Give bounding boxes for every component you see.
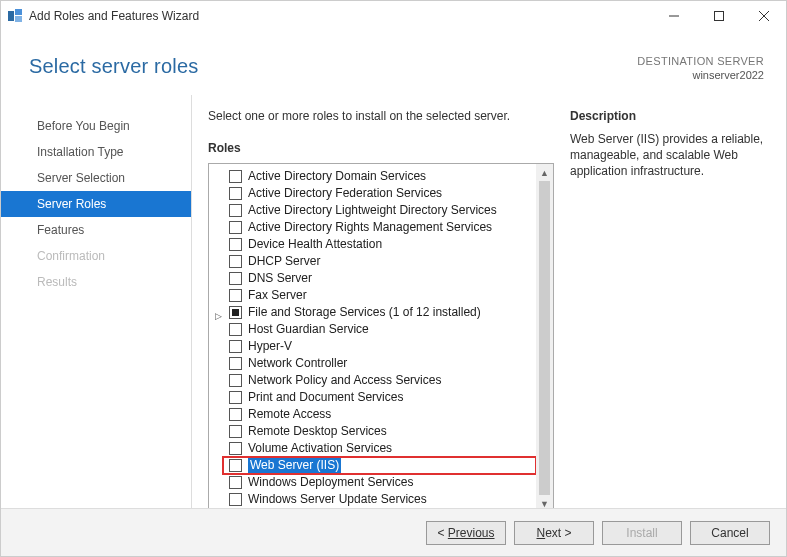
previous-button[interactable]: < Previous — [426, 521, 506, 545]
sidebar-item-features[interactable]: Features — [1, 217, 191, 243]
scroll-up-icon[interactable]: ▲ — [536, 164, 553, 181]
sidebar-item-results: Results — [1, 269, 191, 295]
role-row[interactable]: Active Directory Domain Services — [229, 168, 536, 185]
roles-scroll-area[interactable]: Active Directory Domain ServicesActive D… — [209, 164, 536, 508]
role-checkbox[interactable] — [229, 408, 242, 421]
window-controls — [651, 1, 786, 31]
role-label: Volume Activation Services — [248, 440, 392, 457]
sidebar-item-server-selection[interactable]: Server Selection — [1, 165, 191, 191]
role-row[interactable]: Web Server (IIS) — [223, 457, 536, 474]
svg-rect-4 — [714, 12, 723, 21]
svg-rect-1 — [15, 9, 22, 15]
page-title: Select server roles — [29, 55, 637, 78]
role-checkbox[interactable] — [229, 391, 242, 404]
role-label: Print and Document Services — [248, 389, 403, 406]
role-row[interactable]: Remote Desktop Services — [229, 423, 536, 440]
install-button: Install — [602, 521, 682, 545]
vertical-separator — [191, 95, 192, 508]
role-checkbox[interactable] — [229, 187, 242, 200]
role-row[interactable]: DHCP Server — [229, 253, 536, 270]
role-checkbox[interactable] — [229, 374, 242, 387]
role-row[interactable]: Hyper-V — [229, 338, 536, 355]
role-checkbox[interactable] — [229, 340, 242, 353]
role-row[interactable]: ▷File and Storage Services (1 of 12 inst… — [229, 304, 536, 321]
button-bar: < Previous Next > Install Cancel — [1, 508, 786, 556]
window-title: Add Roles and Features Wizard — [29, 9, 651, 23]
app-icon — [7, 8, 23, 24]
sidebar-item-before-you-begin[interactable]: Before You Begin — [1, 113, 191, 139]
cancel-button[interactable]: Cancel — [690, 521, 770, 545]
role-label: Hyper-V — [248, 338, 292, 355]
role-row[interactable]: Windows Deployment Services — [229, 474, 536, 491]
maximize-button[interactable] — [696, 1, 741, 31]
role-label: Network Policy and Access Services — [248, 372, 441, 389]
role-row[interactable]: Volume Activation Services — [229, 440, 536, 457]
role-checkbox[interactable] — [229, 357, 242, 370]
role-row[interactable]: Remote Access — [229, 406, 536, 423]
role-label: Active Directory Lightweight Directory S… — [248, 202, 497, 219]
role-row[interactable]: Active Directory Federation Services — [229, 185, 536, 202]
role-row[interactable]: Windows Server Update Services — [229, 491, 536, 508]
role-label: DNS Server — [248, 270, 312, 287]
role-checkbox[interactable] — [229, 289, 242, 302]
svg-rect-0 — [8, 11, 14, 21]
role-label: Remote Desktop Services — [248, 423, 387, 440]
role-row[interactable]: Device Health Attestation — [229, 236, 536, 253]
sidebar-item-confirmation: Confirmation — [1, 243, 191, 269]
role-checkbox[interactable] — [229, 170, 242, 183]
sidebar: Before You BeginInstallation TypeServer … — [1, 95, 191, 508]
role-label: Fax Server — [248, 287, 307, 304]
role-row[interactable]: Print and Document Services — [229, 389, 536, 406]
svg-rect-2 — [15, 16, 22, 22]
role-checkbox[interactable] — [229, 255, 242, 268]
body: Before You BeginInstallation TypeServer … — [1, 95, 786, 508]
scrollbar[interactable]: ▲ ▼ — [536, 164, 553, 508]
role-label: Host Guardian Service — [248, 321, 369, 338]
role-label: Network Controller — [248, 355, 347, 372]
role-checkbox[interactable] — [229, 221, 242, 234]
role-checkbox[interactable] — [229, 323, 242, 336]
description-column: Description Web Server (IIS) provides a … — [570, 109, 770, 500]
scroll-down-icon[interactable]: ▼ — [536, 495, 553, 508]
role-checkbox[interactable] — [229, 306, 242, 319]
role-label: Windows Server Update Services — [248, 491, 427, 508]
destination-value: winserver2022 — [637, 69, 764, 81]
role-checkbox[interactable] — [229, 459, 242, 472]
role-checkbox[interactable] — [229, 204, 242, 217]
close-button[interactable] — [741, 1, 786, 31]
role-label: Active Directory Rights Management Servi… — [248, 219, 492, 236]
role-row[interactable]: Network Policy and Access Services — [229, 372, 536, 389]
next-button[interactable]: Next > — [514, 521, 594, 545]
main-pane: Select one or more roles to install on t… — [200, 95, 786, 508]
destination-label: DESTINATION SERVER — [637, 55, 764, 67]
intro-text: Select one or more roles to install on t… — [208, 109, 554, 123]
role-row[interactable]: Host Guardian Service — [229, 321, 536, 338]
roles-column: Select one or more roles to install on t… — [208, 109, 554, 500]
role-label: Windows Deployment Services — [248, 474, 413, 491]
expand-icon[interactable]: ▷ — [215, 308, 222, 325]
sidebar-item-server-roles[interactable]: Server Roles — [1, 191, 191, 217]
role-row[interactable]: Active Directory Lightweight Directory S… — [229, 202, 536, 219]
scroll-thumb[interactable] — [539, 181, 550, 495]
role-checkbox[interactable] — [229, 442, 242, 455]
role-label: Device Health Attestation — [248, 236, 382, 253]
sidebar-item-installation-type[interactable]: Installation Type — [1, 139, 191, 165]
role-checkbox[interactable] — [229, 425, 242, 438]
role-row[interactable]: Active Directory Rights Management Servi… — [229, 219, 536, 236]
description-heading: Description — [570, 109, 770, 123]
description-text: Web Server (IIS) provides a reliable, ma… — [570, 131, 770, 179]
minimize-button[interactable] — [651, 1, 696, 31]
role-checkbox[interactable] — [229, 238, 242, 251]
roles-listbox: Active Directory Domain ServicesActive D… — [208, 163, 554, 508]
role-label: File and Storage Services (1 of 12 insta… — [248, 304, 481, 321]
role-label: Remote Access — [248, 406, 331, 423]
role-label: DHCP Server — [248, 253, 320, 270]
header: Select server roles DESTINATION SERVER w… — [1, 31, 786, 95]
role-checkbox[interactable] — [229, 476, 242, 489]
role-checkbox[interactable] — [229, 493, 242, 506]
role-row[interactable]: Network Controller — [229, 355, 536, 372]
role-checkbox[interactable] — [229, 272, 242, 285]
role-row[interactable]: Fax Server — [229, 287, 536, 304]
role-label: Web Server (IIS) — [248, 457, 341, 474]
role-row[interactable]: DNS Server — [229, 270, 536, 287]
